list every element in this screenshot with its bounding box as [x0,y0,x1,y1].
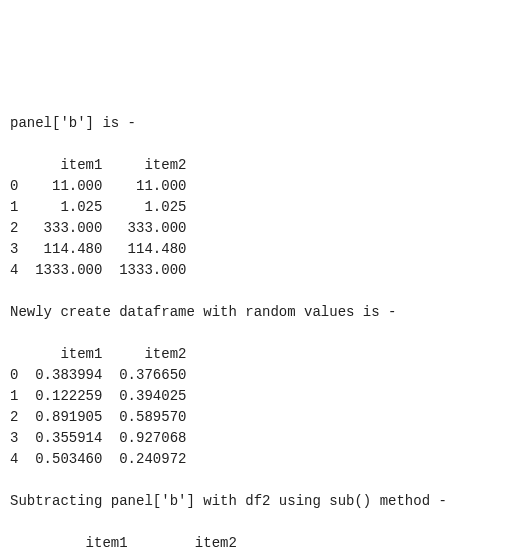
section-2-table: item1 item2 0 0.383994 0.376650 1 0.1222… [10,346,186,467]
section-1-title: panel['b'] is - [10,115,136,131]
console-output: panel['b'] is - item1 item2 0 11.000 11.… [0,105,531,558]
section-3-table: item1 item2 0 10.616006 10.623350 1 0.90… [10,535,237,558]
section-1-table: item1 item2 0 11.000 11.000 1 1.025 1.02… [10,157,186,278]
section-2-title: Newly create dataframe with random value… [10,304,396,320]
section-3-title: Subtracting panel['b'] with df2 using su… [10,493,447,509]
